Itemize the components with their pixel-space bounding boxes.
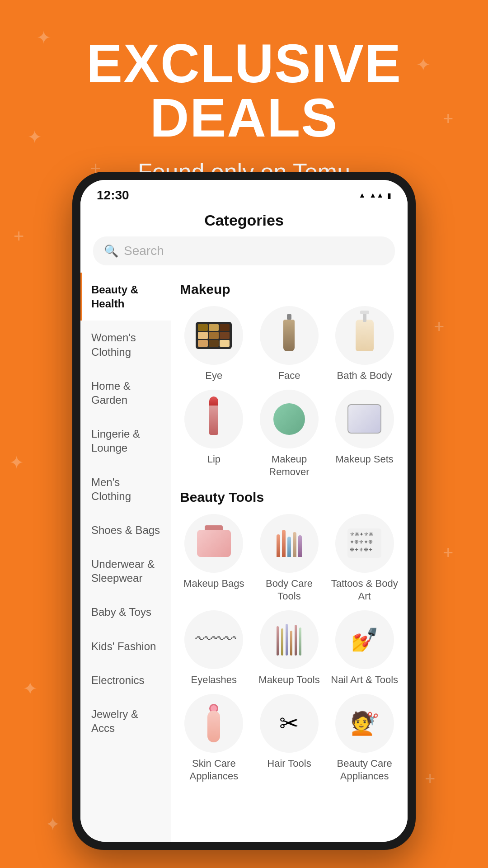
makeup-grid: Eye Face <box>180 306 399 479</box>
makeup-tools-circle <box>260 610 319 669</box>
content-area: Beauty & Health Women's Clothing Home & … <box>80 273 408 842</box>
skin-care-label: Skin Care Appliances <box>180 757 248 783</box>
makeup-tools-label: Makeup Tools <box>258 674 319 687</box>
eye-img <box>193 315 234 356</box>
lip-label: Lip <box>207 453 221 466</box>
tattoos-circle <box>335 514 394 573</box>
bath-body-circle <box>335 306 394 365</box>
makeup-remover-img <box>269 399 310 439</box>
bath-body-label: Bath & Body <box>337 369 392 382</box>
beauty-care-circle: 💇 <box>335 694 394 753</box>
phone-frame: 12:30 ▲ ▲▲ ▮ Categories 🔍 Search <box>72 172 416 850</box>
category-nail-art[interactable]: 💅 Nail Art & Tools <box>330 610 399 687</box>
makeup-tools-img <box>269 619 310 660</box>
lip-circle <box>184 390 243 448</box>
beauty-care-img: 💇 <box>344 703 385 744</box>
eye-circle <box>184 306 243 365</box>
signal-icon: ▲▲ <box>369 191 384 199</box>
sidebar-item-shoes-bags[interactable]: Shoes & Bags <box>80 513 171 547</box>
beauty-care-label: Beauty Care Appliances <box>330 757 399 783</box>
category-bath-body[interactable]: Bath & Body <box>330 306 399 382</box>
status-time: 12:30 <box>97 188 129 203</box>
category-makeup-remover[interactable]: Makeup Remover <box>255 390 324 479</box>
hair-tools-circle: ✂ <box>260 694 319 753</box>
category-eyelashes[interactable]: 〰〰 Eyelashes <box>180 610 248 687</box>
category-makeup-tools[interactable]: Makeup Tools <box>255 610 324 687</box>
category-beauty-care-appliances[interactable]: 💇 Beauty Care Appliances <box>330 694 399 783</box>
search-bar[interactable]: 🔍 Search <box>93 236 395 265</box>
body-care-img <box>269 523 310 564</box>
makeup-remover-circle <box>260 390 319 448</box>
category-makeup-bags[interactable]: Makeup Bags <box>180 514 248 603</box>
sidebar-item-kids-fashion[interactable]: Kids' Fashion <box>80 629 171 663</box>
category-hair-tools[interactable]: ✂ Hair Tools <box>255 694 324 783</box>
phone-mockup: 12:30 ▲ ▲▲ ▮ Categories 🔍 Search <box>72 172 416 850</box>
makeup-remover-label: Makeup Remover <box>255 453 324 479</box>
sidebar-item-home-garden[interactable]: Home & Garden <box>80 369 171 417</box>
nail-art-circle: 💅 <box>335 610 394 669</box>
body-care-label: Body Care Tools <box>255 577 324 603</box>
app-title: Categories <box>204 212 284 229</box>
main-content: Makeup <box>171 273 408 842</box>
beauty-tools-grid: Makeup Bags <box>180 514 399 783</box>
category-body-care-tools[interactable]: Body Care Tools <box>255 514 324 603</box>
sidebar-item-lingerie-lounge[interactable]: Lingerie & Lounge <box>80 417 171 465</box>
app-header: Categories <box>80 207 408 236</box>
face-circle <box>260 306 319 365</box>
hair-tools-label: Hair Tools <box>267 757 311 770</box>
eye-label: Eye <box>205 369 222 382</box>
makeup-bags-label: Makeup Bags <box>183 577 244 590</box>
sidebar-item-underwear-sleepwear[interactable]: Underwear & Sleepwear <box>80 547 171 595</box>
sidebar-item-jewelry-accs[interactable]: Jewelry & Accs <box>80 697 171 745</box>
sidebar-item-womens-clothing[interactable]: Women's Clothing <box>80 321 171 368</box>
header-section: EXCLUSIVE DEALS Found only on Temu <box>0 0 488 185</box>
category-face[interactable]: Face <box>255 306 324 382</box>
sidebar-item-mens-clothing[interactable]: Men's Clothing <box>80 465 171 513</box>
category-tattoos[interactable]: Tattoos & Body Art <box>330 514 399 603</box>
eyelashes-img: 〰〰 <box>193 619 234 660</box>
search-icon: 🔍 <box>104 244 118 258</box>
sidebar-item-baby-toys[interactable]: Baby & Toys <box>80 595 171 629</box>
status-bar: 12:30 ▲ ▲▲ ▮ <box>80 180 408 207</box>
tattoos-label: Tattoos & Body Art <box>330 577 399 603</box>
wifi-icon: ▲ <box>358 191 366 199</box>
eyelashes-label: Eyelashes <box>191 674 237 687</box>
sidebar-item-beauty-health[interactable]: Beauty & Health <box>80 273 171 321</box>
category-skin-care-appliances[interactable]: Skin Care Appliances <box>180 694 248 783</box>
face-label: Face <box>278 369 300 382</box>
battery-icon: ▮ <box>387 191 391 200</box>
search-placeholder: Search <box>124 244 164 258</box>
body-care-circle <box>260 514 319 573</box>
makeup-sets-circle <box>335 390 394 448</box>
makeup-bags-img <box>193 523 234 564</box>
lip-img <box>193 399 234 439</box>
sidebar: Beauty & Health Women's Clothing Home & … <box>80 273 171 842</box>
makeup-sets-img <box>344 399 385 439</box>
nail-art-img: 💅 <box>344 619 385 660</box>
status-icons: ▲ ▲▲ ▮ <box>358 191 391 200</box>
makeup-bags-circle <box>184 514 243 573</box>
makeup-sets-label: Makeup Sets <box>335 453 393 466</box>
beauty-tools-section-title: Beauty Tools <box>180 490 399 505</box>
category-lip[interactable]: Lip <box>180 390 248 479</box>
bath-body-img <box>344 315 385 356</box>
skin-care-circle <box>184 694 243 753</box>
face-img <box>269 315 310 356</box>
sidebar-item-electronics[interactable]: Electronics <box>80 663 171 697</box>
tattoos-img <box>344 523 385 564</box>
exclusive-deals-title: EXCLUSIVE DEALS <box>0 36 488 145</box>
category-eye[interactable]: Eye <box>180 306 248 382</box>
nail-art-label: Nail Art & Tools <box>331 674 398 687</box>
eyelashes-circle: 〰〰 <box>184 610 243 669</box>
phone-screen: 12:30 ▲ ▲▲ ▮ Categories 🔍 Search <box>80 180 408 842</box>
category-makeup-sets[interactable]: Makeup Sets <box>330 390 399 479</box>
makeup-section-title: Makeup <box>180 282 399 297</box>
hair-tools-img: ✂ <box>269 703 310 744</box>
skin-care-img <box>193 703 234 744</box>
